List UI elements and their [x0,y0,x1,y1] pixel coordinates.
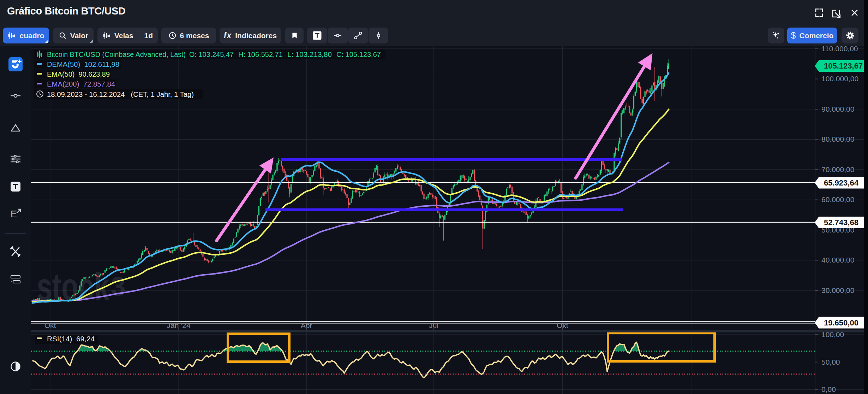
svg-text:RSI(14) 69,24: RSI(14) 69,24 [47,335,95,343]
svg-text:19.650,00: 19.650,00 [824,318,858,327]
svg-text:E: E [11,209,17,219]
svg-text:60.000,00: 60.000,00 [821,195,854,204]
svg-text:Bitcoin BTC/USD (Coinbase Adva: Bitcoin BTC/USD (Coinbase Advanced, Last… [47,50,186,58]
svg-text:0,00: 0,00 [821,385,836,393]
svg-text:52.743,68: 52.743,68 [824,218,858,227]
svg-text:H: 106.552,71: H: 106.552,71 [238,50,283,58]
svg-text:O: 103.245,47: O: 103.245,47 [189,50,234,58]
svg-text:EMA(200) 72.857,84: EMA(200) 72.857,84 [47,80,115,88]
svg-text:3: 3 [111,271,126,301]
svg-text:EMA(50) 90.623,89: EMA(50) 90.623,89 [47,70,110,78]
svg-text:18.09.2023 - 16.12.2024 (CET: 18.09.2023 - 16.12.2024 (CET, 1 Jahr, 1 … [47,90,194,98]
svg-text:70.000,00: 70.000,00 [821,165,854,174]
svg-text:80.000,00: 80.000,00 [821,135,854,143]
svg-text:65.923,64: 65.923,64 [824,178,859,187]
svg-text:C: 105.123,67: C: 105.123,67 [336,50,381,58]
svg-text:40.000,00: 40.000,00 [821,256,854,264]
svg-text:DEMA(50) 102.611,98: DEMA(50) 102.611,98 [47,60,119,68]
svg-text:105.123,67: 105.123,67 [824,61,863,70]
svg-text:90.000,00: 90.000,00 [821,105,854,113]
svg-text:100.000,00: 100.000,00 [821,75,858,83]
svg-text:30.000,00: 30.000,00 [821,286,854,294]
svg-text:50,00: 50,00 [821,358,840,366]
svg-text:L: 103.213,80: L: 103.213,80 [287,50,332,58]
